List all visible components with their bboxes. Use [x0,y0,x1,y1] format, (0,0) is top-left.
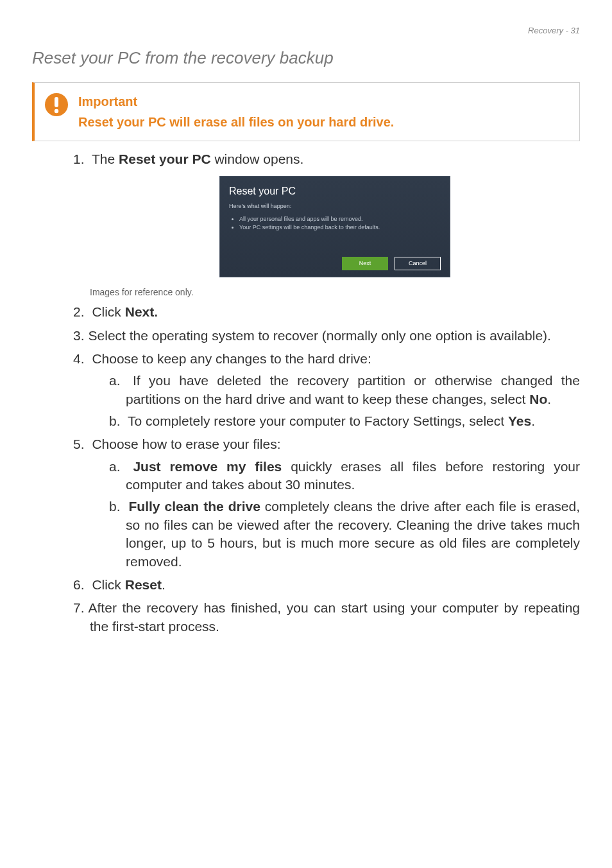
step-5-sublist: Just remove my files quickly erases all … [90,458,580,571]
shot-title: Reset your PC [229,184,441,198]
shot-bullet-2: Your PC settings will be changed back to… [239,223,441,231]
step-1-bold: Reset your PC [119,152,211,166]
cancel-button[interactable]: Cancel [395,257,441,270]
section-title: Reset your PC from the recovery backup [32,48,580,68]
reset-pc-screenshot: Reset your PC Here's what will happen: A… [219,176,450,277]
svg-rect-1 [55,97,58,107]
important-body: Reset your PC will erase all files on yo… [78,115,394,129]
step-4b-bold: Yes [508,413,531,428]
step-6-post: . [162,577,166,592]
step-6-bold: Reset [125,577,162,592]
step-5: Choose how to erase your files: Just rem… [73,435,580,570]
important-text: Important Reset your PC will erase all f… [78,92,394,132]
step-4a: If you have deleted the recovery partiti… [109,372,580,408]
step-5b: Fully clean the drive completely cleans … [109,498,580,570]
next-button[interactable]: Next [342,257,388,270]
important-heading: Important [78,92,394,111]
step-4-text: Choose to keep any changes to the hard d… [92,351,371,366]
step-4a-pre: If you have deleted the recovery partiti… [126,373,580,406]
step-4a-post: . [547,392,551,406]
body-content: The Reset your PC window opens. Reset yo… [73,150,580,636]
step-4a-bold: No [529,392,547,406]
step-3: Select the operating system to recover (… [73,327,580,345]
page-header: Recovery - 31 [32,26,580,35]
step-4: Choose to keep any changes to the hard d… [73,350,580,430]
step-1-pre: The [92,152,119,166]
step-5-text: Choose how to erase your files: [92,437,280,451]
steps-list: The Reset your PC window opens. Reset yo… [73,150,580,636]
step-6-pre: Click [92,577,124,592]
step-2: Click Next. [73,303,580,321]
step-5b-bold: Fully clean the drive [129,499,260,514]
step-4b-pre: To completely restore your computer to F… [128,413,508,428]
step-2-bold: Next. [125,304,158,319]
step-4b-post: . [531,413,535,428]
page: Recovery - 31 Reset your PC from the rec… [0,0,612,673]
svg-point-2 [55,109,58,113]
shot-bullet-1: All your personal files and apps will be… [239,215,441,223]
step-1: The Reset your PC window opens. Reset yo… [73,150,580,298]
step-5a: Just remove my files quickly erases all … [109,458,580,494]
shot-subtitle: Here's what will happen: [229,202,441,210]
step-5a-bold: Just remove my files [133,459,282,474]
step-4-sublist: If you have deleted the recovery partiti… [90,372,580,430]
step-4b: To completely restore your computer to F… [109,412,580,430]
important-callout: Important Reset your PC will erase all f… [32,82,580,141]
step-6: Click Reset. [73,576,580,594]
shot-bullets: All your personal files and apps will be… [233,215,441,231]
alert-icon [44,92,69,117]
shot-buttons: Next Cancel [229,257,441,270]
step-7: After the recovery has finished, you can… [73,599,580,636]
step-1-post: window opens. [211,152,304,166]
step-2-pre: Click [92,304,124,319]
reference-note: Images for reference only. [90,286,580,299]
